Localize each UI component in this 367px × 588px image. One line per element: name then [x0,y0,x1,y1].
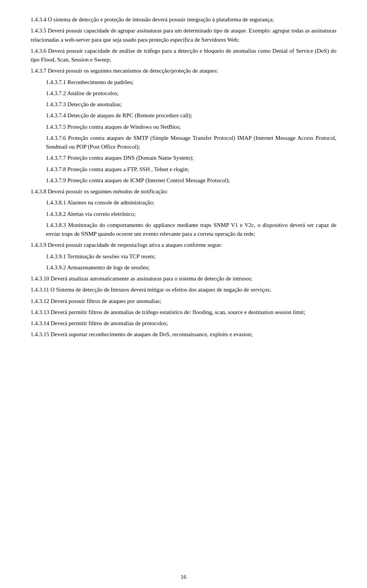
paragraph-p2: 1.4.3.5 Deverá possuir capacidade de agr… [31,26,336,44]
paragraph-p22: 1.4.3.11 O Sistema de detecção de Intrus… [31,285,336,294]
paragraph-p23: 1.4.3.12 Deverá possuir filtros de ataqu… [31,297,336,306]
paragraph-p16: 1.4.3.8.2 Alertas via correio eletrônico… [31,210,336,219]
paragraph-p18: 1.4.3.9 Deverá possuir capacidade de res… [31,241,336,249]
paragraph-p9: 1.4.3.7.5 Proteção contra ataques de Win… [31,123,336,131]
page-number: 16 [181,574,187,580]
page: 1.4.3.4 O sistema de detecção e proteção… [0,0,367,588]
paragraph-p15: 1.4.3.8.1 Alarmes na console de administ… [31,198,336,207]
content-area: 1.4.3.4 O sistema de detecção e proteção… [31,15,336,339]
paragraph-p21: 1.4.3.10 Deverá atualizar automaticament… [31,274,336,283]
paragraph-p12: 1.4.3.7.8 Proteção contra ataques a FTP,… [31,165,336,174]
paragraph-p7: 1.4.3.7.3 Detecção de anomalias; [31,100,336,109]
paragraph-p8: 1.4.3.7.4 Detecção de ataques de RPC (Re… [31,111,336,120]
paragraph-p10: 1.4.3.7.6 Proteção contra ataques de SMT… [31,134,336,152]
paragraph-p19: 1.4.3.9.1 Terminação de sessões via TCP … [31,252,336,261]
paragraph-p17: 1.4.3.8.3 Monitoração do comportamento d… [31,221,336,239]
paragraph-p1: 1.4.3.4 O sistema de detecção e proteção… [31,15,336,24]
paragraph-p11: 1.4.3.7.7 Proteção contra ataques DNS (D… [31,154,336,162]
paragraph-p26: 1.4.3.15 Deverá suportar reconhecimento … [31,330,336,339]
paragraph-p20: 1.4.3.9.2 Armazenamento de logs de sessõ… [31,263,336,272]
paragraph-p5: 1.4.3.7.1 Reconhecimento de padrões; [31,78,336,87]
paragraph-p14: 1.4.3.8 Deverá possuir os seguintes méto… [31,187,336,196]
paragraph-p3: 1.4.3.6 Deverá possuir capacidade de aná… [31,47,336,65]
paragraph-p13: 1.4.3.7.9 Proteção contra ataques de ICM… [31,176,336,185]
paragraph-p6: 1.4.3.7.2 Análise de protocolos; [31,89,336,98]
paragraph-p24: 1.4.3.13 Deverá permitir filtros de anom… [31,308,336,317]
paragraph-p25: 1.4.3.14 Deverá permitir filtros de anom… [31,319,336,328]
paragraph-p4: 1.4.3.7 Deverá possuir os seguintes meca… [31,66,336,75]
